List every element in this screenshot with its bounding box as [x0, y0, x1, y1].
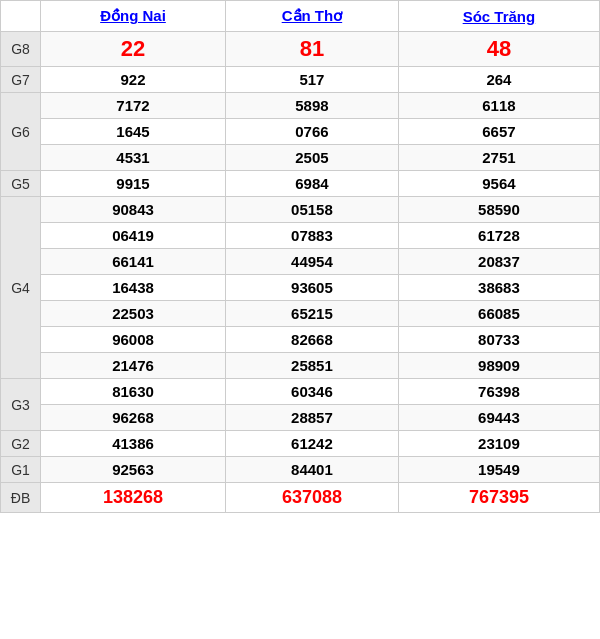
cell-g7-1: 517 — [226, 67, 399, 93]
row-label-g1: G1 — [1, 457, 41, 483]
cell-g8-2: 48 — [398, 32, 599, 67]
cell-g1-1: 84401 — [226, 457, 399, 483]
row-label-g5: G5 — [1, 171, 41, 197]
cell-g1-2: 19549 — [398, 457, 599, 483]
cell-g6-r0-c2: 6118 — [398, 93, 599, 119]
cell-g2-2: 23109 — [398, 431, 599, 457]
cell-g4-r1-c2: 61728 — [398, 223, 599, 249]
cell-g6-r1-c1: 0766 — [226, 119, 399, 145]
cell-g3-r0-c1: 60346 — [226, 379, 399, 405]
row-label-g6: G6 — [1, 93, 41, 171]
cell-g6-r2-c1: 2505 — [226, 145, 399, 171]
cell-g4-r4-c1: 65215 — [226, 301, 399, 327]
cell-đb-2: 767395 — [398, 483, 599, 513]
lottery-table: Đồng Nai Cần Thơ Sóc Trăng G8228148G7922… — [0, 0, 600, 513]
cell-g1-0: 92563 — [41, 457, 226, 483]
cell-g3-r0-c0: 81630 — [41, 379, 226, 405]
row-label-g8: G8 — [1, 32, 41, 67]
row-label-g7: G7 — [1, 67, 41, 93]
cell-đb-1: 637088 — [226, 483, 399, 513]
cell-g2-1: 61242 — [226, 431, 399, 457]
cell-g2-0: 41386 — [41, 431, 226, 457]
cell-g5-0: 9915 — [41, 171, 226, 197]
cell-g4-r2-c0: 66141 — [41, 249, 226, 275]
cell-g8-0: 22 — [41, 32, 226, 67]
header-can-tho: Cần Thơ — [226, 1, 399, 32]
cell-g4-r2-c1: 44954 — [226, 249, 399, 275]
cell-g4-r6-c0: 21476 — [41, 353, 226, 379]
row-label-g3: G3 — [1, 379, 41, 431]
cell-g6-r2-c0: 4531 — [41, 145, 226, 171]
cell-g4-r6-c1: 25851 — [226, 353, 399, 379]
row-label-đb: ĐB — [1, 483, 41, 513]
cell-g6-r2-c2: 2751 — [398, 145, 599, 171]
cell-g7-2: 264 — [398, 67, 599, 93]
cell-g4-r5-c0: 96008 — [41, 327, 226, 353]
cell-g6-r0-c1: 5898 — [226, 93, 399, 119]
header-dong-nai: Đồng Nai — [41, 1, 226, 32]
cell-g3-r1-c2: 69443 — [398, 405, 599, 431]
cell-g6-r1-c0: 1645 — [41, 119, 226, 145]
cell-g6-r1-c2: 6657 — [398, 119, 599, 145]
cell-g4-r3-c1: 93605 — [226, 275, 399, 301]
cell-g3-r0-c2: 76398 — [398, 379, 599, 405]
cell-g4-r1-c0: 06419 — [41, 223, 226, 249]
header-empty — [1, 1, 41, 32]
cell-g4-r3-c0: 16438 — [41, 275, 226, 301]
cell-g4-r0-c1: 05158 — [226, 197, 399, 223]
cell-g4-r5-c1: 82668 — [226, 327, 399, 353]
row-label-g2: G2 — [1, 431, 41, 457]
cell-g4-r6-c2: 98909 — [398, 353, 599, 379]
cell-g5-2: 9564 — [398, 171, 599, 197]
cell-đb-0: 138268 — [41, 483, 226, 513]
row-label-g4: G4 — [1, 197, 41, 379]
cell-g4-r4-c2: 66085 — [398, 301, 599, 327]
cell-g4-r5-c2: 80733 — [398, 327, 599, 353]
cell-g4-r1-c1: 07883 — [226, 223, 399, 249]
cell-g6-r0-c0: 7172 — [41, 93, 226, 119]
cell-g4-r3-c2: 38683 — [398, 275, 599, 301]
cell-g8-1: 81 — [226, 32, 399, 67]
cell-g7-0: 922 — [41, 67, 226, 93]
cell-g3-r1-c1: 28857 — [226, 405, 399, 431]
cell-g5-1: 6984 — [226, 171, 399, 197]
header-soc-trang: Sóc Trăng — [398, 1, 599, 32]
cell-g4-r0-c2: 58590 — [398, 197, 599, 223]
cell-g4-r0-c0: 90843 — [41, 197, 226, 223]
cell-g3-r1-c0: 96268 — [41, 405, 226, 431]
cell-g4-r2-c2: 20837 — [398, 249, 599, 275]
cell-g4-r4-c0: 22503 — [41, 301, 226, 327]
